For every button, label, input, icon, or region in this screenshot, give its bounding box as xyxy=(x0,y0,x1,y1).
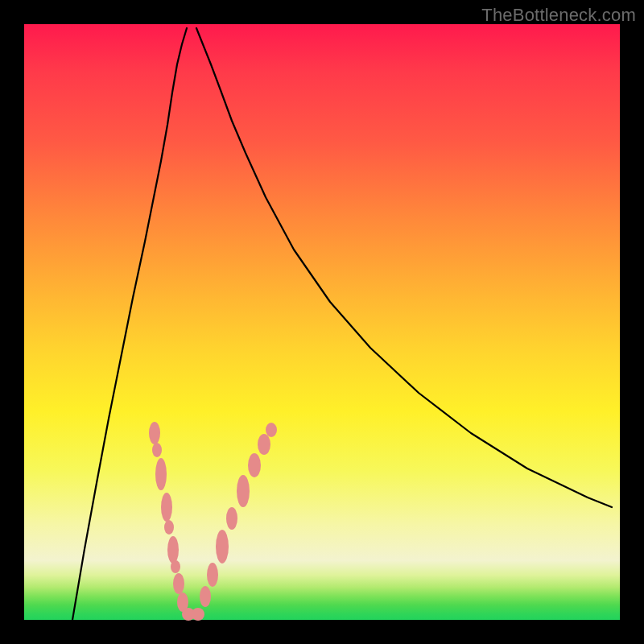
data-markers xyxy=(149,422,277,621)
data-marker xyxy=(200,586,211,607)
data-marker xyxy=(216,530,229,564)
data-marker xyxy=(167,536,179,564)
data-marker xyxy=(237,475,250,507)
data-marker xyxy=(173,573,184,594)
data-marker xyxy=(266,423,277,437)
plot-area xyxy=(24,24,620,620)
data-marker xyxy=(155,458,167,490)
data-marker xyxy=(152,443,162,457)
data-marker xyxy=(258,434,270,455)
watermark-text: TheBottleneck.com xyxy=(481,5,636,26)
bottleneck-curve xyxy=(72,28,612,620)
data-marker xyxy=(192,608,204,621)
chart-frame: TheBottleneck.com xyxy=(0,0,644,644)
data-marker xyxy=(164,520,174,535)
data-marker xyxy=(171,560,180,573)
data-marker xyxy=(207,563,218,587)
curve-right-branch xyxy=(196,28,612,507)
data-marker xyxy=(149,422,160,444)
data-marker xyxy=(226,507,237,530)
data-marker xyxy=(161,493,172,522)
chart-svg xyxy=(24,24,620,620)
data-marker xyxy=(248,453,261,477)
